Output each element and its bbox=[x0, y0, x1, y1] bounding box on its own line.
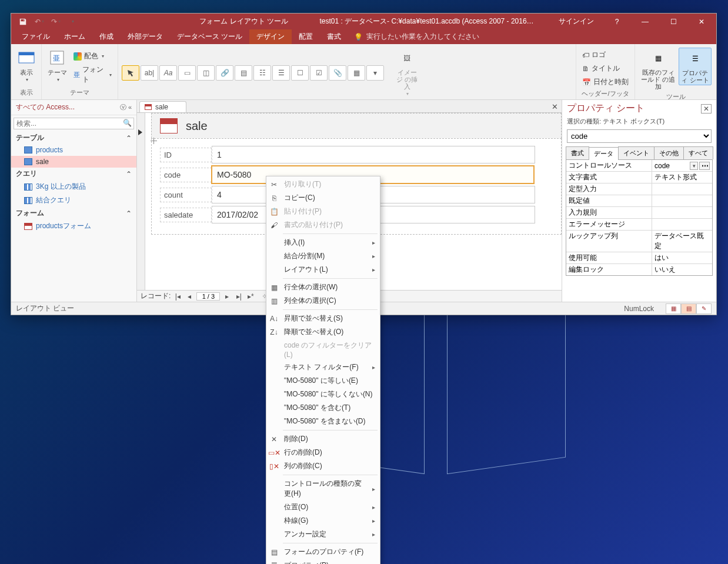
listbox-control-icon[interactable]: ☰ bbox=[272, 65, 290, 81]
field-id[interactable]: 1 bbox=[212, 146, 535, 163]
tab-arrange[interactable]: 配置 bbox=[292, 29, 320, 44]
close-button[interactable]: ✕ bbox=[688, 14, 715, 29]
next-record-button[interactable]: ▸ bbox=[222, 292, 232, 301]
form-view-button[interactable]: ▦ bbox=[666, 303, 681, 314]
prop-row-textformat[interactable]: 文字書式テキスト形式 bbox=[566, 172, 712, 183]
nav-search-input[interactable] bbox=[14, 118, 134, 129]
prop-tab-other[interactable]: その他 bbox=[654, 146, 684, 159]
more-controls-icon[interactable]: ▾ bbox=[366, 65, 384, 81]
builder-icon[interactable]: ⋯ bbox=[699, 162, 710, 170]
menu-delete[interactable]: ✕削除(D) bbox=[266, 432, 380, 446]
first-record-button[interactable]: |◂ bbox=[173, 292, 182, 301]
prop-tab-format[interactable]: 書式 bbox=[566, 146, 589, 159]
qat-customize-icon[interactable]: ▾ bbox=[65, 15, 79, 29]
help-button[interactable]: ? bbox=[603, 14, 630, 29]
label-control-icon[interactable]: Aa bbox=[159, 65, 177, 81]
property-sheet-close-icon[interactable]: ✕ bbox=[701, 104, 712, 114]
tell-me[interactable]: 💡 実行したい作業を入力してください bbox=[348, 29, 485, 44]
signin-link[interactable]: サインイン bbox=[550, 16, 602, 26]
doc-close-icon[interactable]: ✕ bbox=[552, 102, 558, 111]
option-group-icon[interactable]: ☐ bbox=[291, 65, 309, 81]
prop-row-controlsource[interactable]: コントロールソースcode▾⋯ bbox=[566, 160, 712, 172]
prop-row-validationtext[interactable]: エラーメッセージ bbox=[566, 219, 712, 231]
property-object-select[interactable]: code bbox=[567, 129, 712, 143]
label-saledate[interactable]: saledate bbox=[160, 208, 212, 222]
add-fields-button[interactable]: ▦既存のフィールド の追加 bbox=[639, 48, 677, 91]
menu-select-col[interactable]: ▥列全体の選択(C) bbox=[266, 294, 380, 308]
nav-item-join[interactable]: 結合クエリ bbox=[11, 193, 136, 207]
nav-dropdown-icon[interactable]: ⓥ bbox=[120, 104, 126, 111]
minimize-button[interactable]: — bbox=[632, 14, 659, 29]
nav-item-3kg[interactable]: 3Kg 以上の製品 bbox=[11, 180, 136, 193]
menu-delete-row[interactable]: ▭✕行の削除(D) bbox=[266, 446, 380, 459]
menu-merge-split[interactable]: 結合/分割(M)▸ bbox=[266, 249, 380, 263]
dropdown-icon[interactable]: ▾ bbox=[690, 162, 698, 170]
form-header[interactable]: sale bbox=[151, 113, 562, 138]
menu-equals[interactable]: "MO-5080" に等しい(E) bbox=[266, 374, 380, 388]
menu-text-filters[interactable]: テキスト フィルター(F)▸ bbox=[266, 361, 380, 374]
record-selector[interactable] bbox=[137, 113, 145, 290]
themes-button[interactable]: 亜テーマ▾ bbox=[45, 48, 70, 84]
prop-tab-data[interactable]: データ bbox=[589, 147, 619, 160]
label-code[interactable]: code bbox=[160, 168, 212, 182]
datetime-button[interactable]: 📅日付と時刻 bbox=[580, 76, 631, 88]
nav-group-queries[interactable]: クエリ⌃ bbox=[11, 168, 136, 180]
label-id[interactable]: ID bbox=[160, 148, 212, 162]
prop-row-validation[interactable]: 入力規則 bbox=[566, 207, 712, 219]
record-position[interactable] bbox=[196, 292, 220, 301]
layout-selector-icon[interactable] bbox=[151, 138, 158, 145]
textbox-control-icon[interactable]: ab| bbox=[141, 65, 158, 81]
tab-home[interactable]: ホーム bbox=[57, 29, 92, 44]
nav-search[interactable]: 🔍 bbox=[14, 118, 134, 129]
layout-view-button[interactable]: ▤ bbox=[681, 303, 696, 314]
maximize-button[interactable]: ☐ bbox=[660, 14, 687, 29]
checkbox-control-icon[interactable]: ☑ bbox=[310, 65, 328, 81]
nav-header[interactable]: すべての Access... ⓥ « bbox=[11, 100, 136, 115]
hyperlink-control-icon[interactable]: 🔗 bbox=[216, 65, 233, 81]
menu-sort-desc[interactable]: Z↓降順で並べ替え(O) bbox=[266, 325, 380, 339]
tab-create[interactable]: 作成 bbox=[92, 29, 121, 44]
menu-properties[interactable]: ☰プロパティ(P) bbox=[266, 559, 380, 564]
prop-row-locked[interactable]: 編集ロックいいえ bbox=[566, 264, 712, 275]
tab-control-icon[interactable]: ◫ bbox=[197, 65, 215, 81]
tab-dbtools[interactable]: データベース ツール bbox=[170, 29, 249, 44]
nav-group-forms[interactable]: フォーム⌃ bbox=[11, 207, 136, 219]
last-record-button[interactable]: ▸| bbox=[234, 292, 243, 301]
nav-item-products[interactable]: products bbox=[11, 144, 136, 156]
nav-item-productsform[interactable]: productsフォーム bbox=[11, 219, 136, 233]
prop-row-default[interactable]: 既定値 bbox=[566, 195, 712, 207]
save-icon[interactable] bbox=[16, 15, 30, 29]
menu-delete-col[interactable]: ▯✕列の削除(C) bbox=[266, 459, 380, 473]
menu-change-control[interactable]: コントロールの種類の変更(H)▸ bbox=[266, 477, 380, 500]
menu-sort-asc[interactable]: A↓昇順で並べ替え(S) bbox=[266, 312, 380, 325]
prop-row-lookup[interactable]: ルックアップ列データベース既定 bbox=[566, 231, 712, 252]
tab-design[interactable]: デザイン bbox=[249, 29, 292, 44]
select-control-icon[interactable] bbox=[122, 65, 139, 81]
prop-tab-all[interactable]: すべて bbox=[683, 146, 713, 159]
prev-record-button[interactable]: ◂ bbox=[185, 292, 194, 301]
form-title[interactable]: sale bbox=[186, 119, 208, 133]
menu-layout[interactable]: レイアウト(L)▸ bbox=[266, 263, 380, 276]
doc-tab-sale[interactable]: sale bbox=[139, 101, 186, 112]
menu-not-equals[interactable]: "MO-5080" に等しくない(N) bbox=[266, 388, 380, 401]
menu-anchor[interactable]: アンカー設定▸ bbox=[266, 528, 380, 541]
nav-collapse-icon[interactable]: « bbox=[128, 104, 132, 111]
menu-select-row[interactable]: ▦行全体の選択(W) bbox=[266, 281, 380, 294]
tab-format[interactable]: 書式 bbox=[320, 29, 348, 44]
redo-icon[interactable]: ↷▾ bbox=[49, 15, 63, 29]
menu-insert[interactable]: 挿入(I)▸ bbox=[266, 236, 380, 249]
menu-form-properties[interactable]: ▤フォームのプロパティ(F) bbox=[266, 545, 380, 559]
undo-icon[interactable]: ↶▾ bbox=[32, 15, 46, 29]
menu-contains[interactable]: "MO-5080" を含む(T) bbox=[266, 401, 380, 415]
fonts-button[interactable]: 亜フォント▾ bbox=[71, 64, 114, 86]
title-button[interactable]: 🗎タイトル bbox=[580, 62, 631, 75]
new-record-button[interactable]: ▸* bbox=[246, 292, 255, 301]
logo-button[interactable]: 🏷ロゴ bbox=[580, 49, 631, 61]
menu-gridlines[interactable]: 枠線(G)▸ bbox=[266, 514, 380, 528]
combobox-control-icon[interactable]: ☷ bbox=[253, 65, 271, 81]
nav-group-tables[interactable]: テーブル⌃ bbox=[11, 132, 136, 144]
subform-control-icon[interactable]: ▦ bbox=[348, 65, 365, 81]
property-sheet-button[interactable]: ☰プロパティ シート bbox=[679, 48, 712, 85]
controls-gallery[interactable]: ab| Aa ▭ ◫ 🔗 ▤ ☷ ☰ ☐ ☑ 📎 ▦ ▾ 🖼イメージ の挿入▾ bbox=[122, 45, 572, 98]
menu-not-contains[interactable]: "MO-5080" を含まない(D) bbox=[266, 415, 380, 428]
